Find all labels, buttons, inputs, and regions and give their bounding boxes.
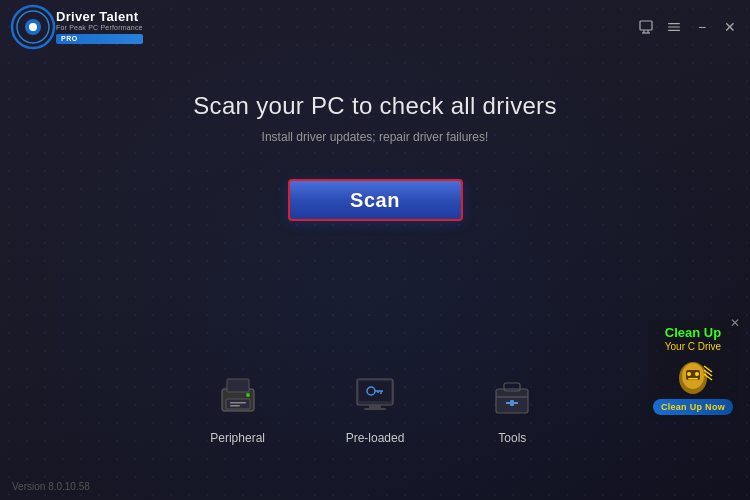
subheadline: Install driver updates; repair driver fa… [262,130,489,144]
logo-area: ⚙ Driver Talent For Peak PC Performance … [10,4,143,50]
svg-point-17 [246,393,250,397]
app-subtitle: For Peak PC Performance [56,24,143,32]
svg-rect-16 [230,405,240,407]
svg-rect-20 [369,405,381,408]
headline: Scan your PC to check all drivers [193,92,556,120]
app-logo-icon: ⚙ [10,4,56,50]
tools-icon-item[interactable]: Tools [484,369,540,445]
monitor-button[interactable] [636,17,656,37]
window-controls: − ✕ [636,17,740,37]
version-text: Version 8.0.10.58 [12,481,90,492]
svg-point-35 [695,372,699,376]
svg-rect-10 [668,26,680,27]
svg-rect-9 [668,23,680,24]
svg-rect-13 [227,379,249,392]
peripheral-label: Peripheral [210,431,265,445]
app-name: Driver Talent [56,10,143,24]
cleanup-title-line1: Clean Up [665,325,721,341]
cleanup-now-button[interactable]: Clean Up Now [653,399,733,415]
title-bar: ⚙ Driver Talent For Peak PC Performance … [0,0,750,52]
preloaded-icon [347,369,403,421]
svg-text:⚙: ⚙ [30,24,37,33]
main-content: Scan your PC to check all drivers Instal… [0,52,750,369]
svg-rect-15 [230,402,246,404]
preloaded-label: Pre-loaded [346,431,405,445]
close-button[interactable]: ✕ [720,17,740,37]
cleanup-close-button[interactable]: ✕ [728,316,742,330]
svg-rect-5 [640,21,652,30]
svg-rect-30 [510,400,514,406]
peripheral-icon-item[interactable]: Peripheral [210,369,266,445]
minimize-button[interactable]: − [692,17,712,37]
peripheral-icon [210,369,266,421]
svg-rect-14 [226,399,250,409]
logo-text: Driver Talent For Peak PC Performance PR… [56,10,143,44]
cleanup-title-line2: Your C Drive [665,341,721,352]
pro-badge: PRO [56,34,143,44]
bottom-icons: Peripheral Pre-loaded [0,369,750,500]
preloaded-icon-item[interactable]: Pre-loaded [346,369,405,445]
svg-point-34 [687,372,691,376]
cleanup-promo: ✕ Clean Up Your C Drive Clean Up Now [648,320,738,420]
cleanup-icon [668,356,718,396]
app-window: ⚙ Driver Talent For Peak PC Performance … [0,0,750,500]
svg-rect-21 [364,408,386,410]
menu-button[interactable] [664,17,684,37]
version-bar: Version 8.0.10.58 [12,481,90,492]
svg-rect-11 [668,30,680,31]
tools-label: Tools [498,431,526,445]
tools-icon [484,369,540,421]
svg-rect-36 [688,378,698,380]
scan-button[interactable]: Scan [288,179,463,221]
